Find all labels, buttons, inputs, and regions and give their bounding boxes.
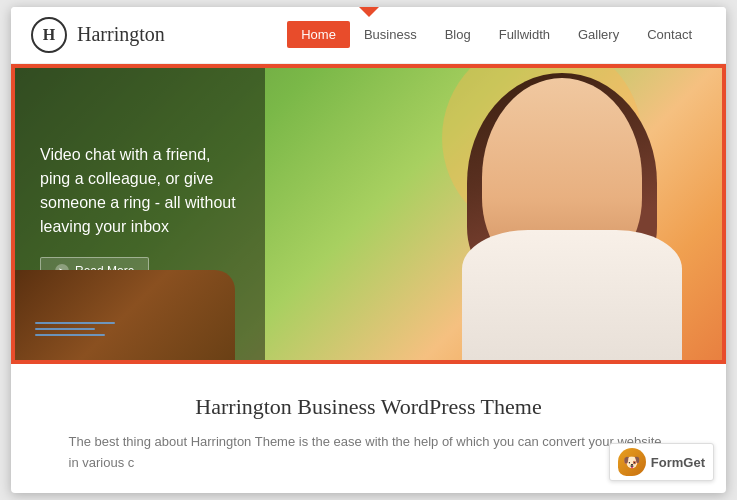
nav-item-home[interactable]: Home xyxy=(287,21,350,48)
section-title: Harrington Business WordPress Theme xyxy=(31,394,706,420)
logo-icon: H xyxy=(31,17,67,53)
nav-item-gallery[interactable]: Gallery xyxy=(564,21,633,48)
hero-bottom-element xyxy=(15,260,275,360)
blue-line-2 xyxy=(35,328,95,330)
hero-person xyxy=(262,68,722,360)
site-title: Harrington xyxy=(77,23,287,46)
dark-pattern xyxy=(15,270,235,360)
blue-line-3 xyxy=(35,334,105,336)
top-indicator xyxy=(359,7,379,17)
section-description: The best thing about Harrington Theme is… xyxy=(69,432,669,474)
blue-lines-decoration xyxy=(35,322,115,340)
hero-headline: Video chat with a friend, ping a colleag… xyxy=(40,143,240,239)
nav-menu: Home Business Blog Fullwidth Gallery Con… xyxy=(287,21,706,48)
person-body xyxy=(462,230,682,360)
nav-item-fullwidth[interactable]: Fullwidth xyxy=(485,21,564,48)
hero-section: Video chat with a friend, ping a colleag… xyxy=(11,64,726,364)
nav-item-business[interactable]: Business xyxy=(350,21,431,48)
formget-icon: 🐶 xyxy=(618,448,646,476)
nav-item-contact[interactable]: Contact xyxy=(633,21,706,48)
blue-line-1 xyxy=(35,322,115,324)
formget-badge[interactable]: 🐶 FormGet xyxy=(609,443,714,481)
formget-label: FormGet xyxy=(651,455,705,470)
nav-item-blog[interactable]: Blog xyxy=(431,21,485,48)
browser-window: H Harrington Home Business Blog Fullwidt… xyxy=(11,7,726,494)
